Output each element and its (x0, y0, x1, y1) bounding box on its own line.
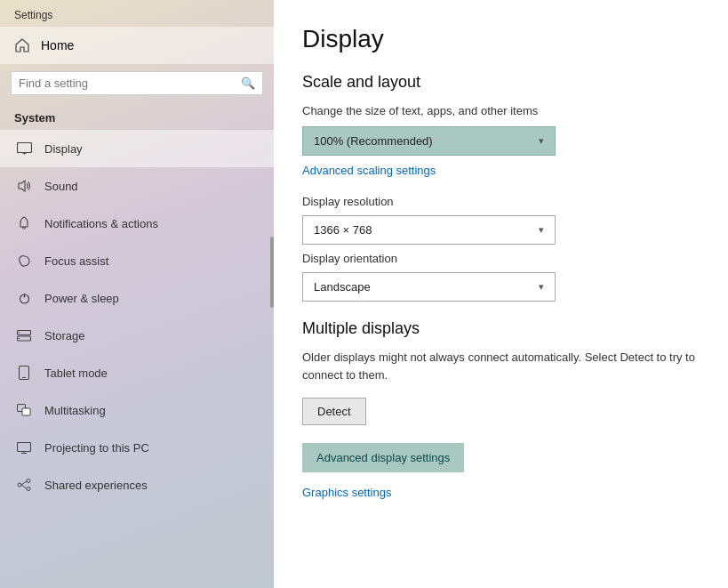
sidebar-scrollbar[interactable] (270, 237, 274, 308)
storage-icon (14, 326, 34, 345)
svg-point-18 (27, 479, 30, 483)
main-content: Display Scale and layout Change the size… (274, 0, 728, 588)
power-icon (14, 288, 34, 308)
search-icon: 🔍 (241, 77, 255, 90)
home-icon (14, 37, 30, 53)
sidebar: Settings Home 🔍 System Display (0, 0, 274, 588)
svg-point-20 (18, 483, 21, 487)
svg-line-22 (21, 485, 27, 489)
multiple-displays-title: Multiple displays (302, 319, 700, 338)
svg-marker-3 (19, 181, 25, 191)
nav-label-multitasking: Multitasking (44, 404, 106, 417)
resolution-dropdown[interactable]: 1366 × 768 ▾ (302, 215, 556, 245)
sidebar-item-storage[interactable]: Storage (0, 317, 274, 354)
scale-dropdown[interactable]: 100% (Recommended) ▾ (302, 126, 556, 156)
nav-label-shared: Shared experiences (44, 479, 148, 492)
nav-label-notifications: Notifications & actions (44, 217, 158, 230)
sidebar-item-shared[interactable]: Shared experiences (0, 466, 274, 503)
system-label: System (0, 102, 274, 130)
nav-label-tablet: Tablet mode (44, 366, 108, 380)
projecting-icon (14, 438, 34, 457)
sidebar-item-home[interactable]: Home (0, 27, 274, 64)
orientation-label: Display orientation (302, 252, 700, 265)
scale-chevron-icon: ▾ (539, 135, 544, 147)
nav-label-focus: Focus assist (44, 254, 108, 268)
multiple-displays-desc: Older displays might not always connect … (302, 349, 700, 383)
display-icon (14, 139, 34, 158)
sound-icon (14, 176, 34, 196)
search-box[interactable]: 🔍 (11, 71, 263, 95)
sidebar-item-tablet[interactable]: Tablet mode (0, 354, 274, 391)
scale-value: 100% (Recommended) (314, 134, 433, 148)
sidebar-item-display[interactable]: Display (0, 130, 274, 167)
resolution-label: Display resolution (302, 195, 700, 208)
svg-rect-0 (17, 143, 31, 153)
resolution-chevron-icon: ▾ (539, 224, 544, 236)
notifications-icon (14, 213, 34, 233)
sidebar-item-projecting[interactable]: Projecting to this PC (0, 429, 274, 466)
sidebar-item-focus[interactable]: Focus assist (0, 242, 274, 279)
sidebar-item-notifications[interactable]: Notifications & actions (0, 205, 274, 242)
orientation-dropdown[interactable]: Landscape ▾ (302, 272, 556, 302)
sidebar-item-sound[interactable]: Sound (0, 167, 274, 205)
home-label: Home (41, 38, 74, 52)
nav-label-projecting: Projecting to this PC (44, 441, 149, 455)
scale-section-title: Scale and layout (302, 73, 700, 92)
graphics-settings-link[interactable]: Graphics settings (302, 486, 391, 499)
svg-rect-15 (18, 442, 31, 451)
detect-button[interactable]: Detect (302, 398, 366, 425)
tablet-icon (14, 363, 34, 383)
nav-label-storage: Storage (44, 329, 85, 342)
shared-icon (14, 475, 34, 495)
sidebar-item-power[interactable]: Power & sleep (0, 279, 274, 317)
svg-rect-14 (22, 408, 30, 415)
nav-label-power: Power & sleep (44, 292, 119, 305)
sidebar-item-multitasking[interactable]: Multitasking (0, 391, 274, 429)
svg-point-19 (27, 487, 30, 491)
nav-label-sound: Sound (44, 180, 78, 193)
advanced-display-button[interactable]: Advanced display settings (302, 443, 464, 472)
orientation-value: Landscape (314, 280, 371, 294)
search-input[interactable] (19, 77, 241, 90)
nav-list: Display Sound Notifications & actions (0, 130, 274, 588)
focus-icon (14, 251, 34, 270)
orientation-chevron-icon: ▾ (539, 281, 544, 293)
app-title: Settings (0, 0, 274, 27)
scale-desc: Change the size of text, apps, and other… (302, 104, 700, 117)
svg-rect-4 (23, 227, 26, 229)
nav-label-display: Display (44, 142, 83, 156)
advanced-scaling-link[interactable]: Advanced scaling settings (302, 164, 436, 177)
svg-line-21 (21, 481, 27, 485)
page-title: Display (302, 25, 700, 53)
multitasking-icon (14, 400, 34, 420)
resolution-value: 1366 × 768 (314, 223, 372, 237)
